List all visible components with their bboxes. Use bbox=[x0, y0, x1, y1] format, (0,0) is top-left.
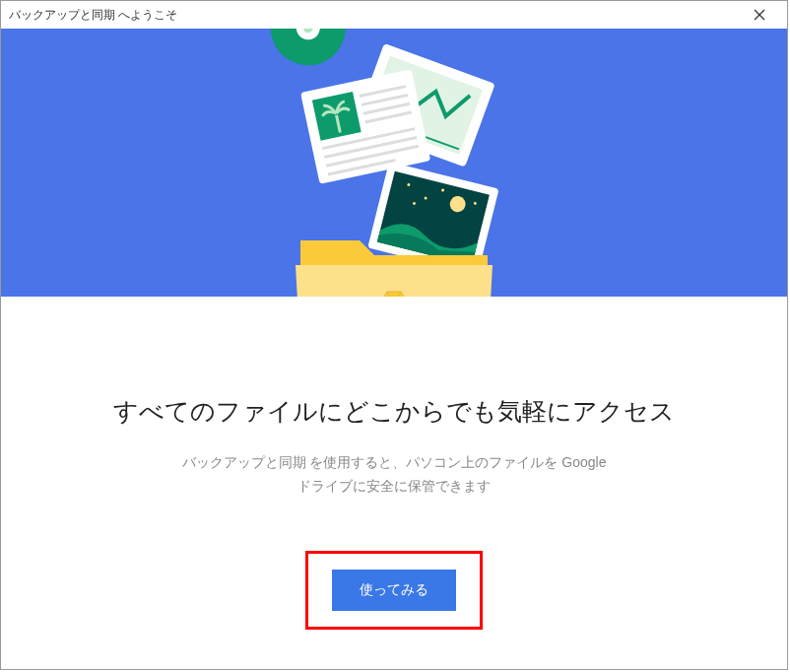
window-title: バックアップと同期 へようこそ bbox=[9, 7, 740, 24]
page-heading: すべてのファイルにどこからでも気軽にアクセス bbox=[40, 395, 748, 428]
content-area: すべてのファイルにどこからでも気軽にアクセス バックアップと同期 を使用すると、… bbox=[1, 29, 787, 669]
app-window: バックアップと同期 へようこそ bbox=[0, 0, 788, 670]
subtext-line-1: バックアップと同期 を使用すると、パソコン上のファイルを Google bbox=[182, 454, 607, 470]
close-button[interactable] bbox=[740, 1, 779, 29]
titlebar: バックアップと同期 へようこそ bbox=[1, 1, 787, 29]
files-folder-illustration bbox=[197, 29, 591, 297]
subtext-line-2: ドライブに安全に保管できます bbox=[297, 478, 491, 494]
close-icon bbox=[754, 9, 765, 21]
hero-banner bbox=[1, 29, 787, 297]
main-content: すべてのファイルにどこからでも気軽にアクセス バックアップと同期 を使用すると、… bbox=[1, 297, 787, 499]
page-subtext: バックアップと同期 を使用すると、パソコン上のファイルを Google ドライブ… bbox=[40, 451, 748, 499]
cta-highlight-box: 使ってみる bbox=[305, 551, 483, 630]
get-started-button[interactable]: 使ってみる bbox=[332, 570, 456, 611]
